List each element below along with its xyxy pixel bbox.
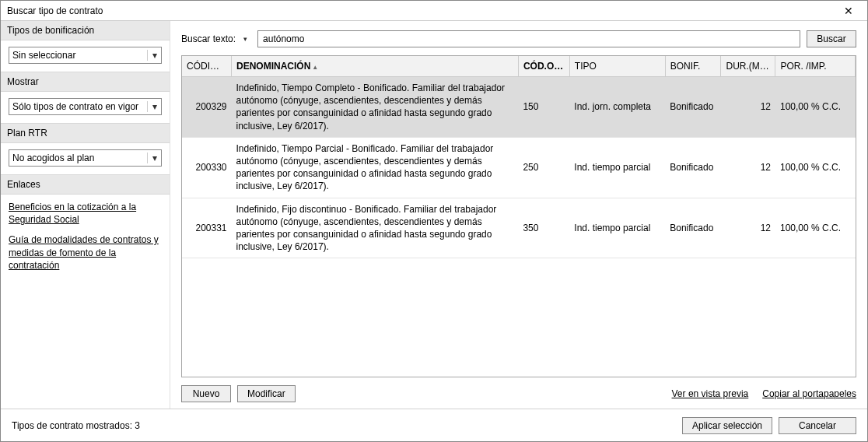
plan-rtr-value: No acogidos al plan <box>12 153 94 163</box>
col-bonif[interactable]: BONIF. <box>665 56 721 77</box>
cell-tipo: Ind. tiempo parcial <box>569 137 665 198</box>
link-copiar-portapapeles[interactable]: Copiar al portapapeles <box>762 388 856 399</box>
cell-tipo: Ind. tiempo parcial <box>569 198 665 258</box>
grid-header-row: CÓDI… DENOMINACIÓN▲ CÓD.O… TIPO BONIF. D… <box>182 56 856 77</box>
col-tipo[interactable]: TIPO <box>569 56 665 77</box>
chevron-down-icon: ▾ <box>147 50 158 61</box>
cell-codigo: 200330 <box>182 137 232 198</box>
col-denominacion[interactable]: DENOMINACIÓN▲ <box>232 56 519 77</box>
link-beneficios-cotizacion[interactable]: Beneficios en la cotización a la Segurid… <box>9 201 162 226</box>
chevron-down-icon[interactable]: ▾ <box>243 35 251 43</box>
section-header-tipos-bonificacion: Tipos de bonificación <box>1 21 170 40</box>
col-porimp[interactable]: POR. /IMP. <box>775 56 856 77</box>
mostrar-select[interactable]: Sólo tipos de contrato en vigor ▾ <box>9 98 162 115</box>
col-dur[interactable]: DUR.(M… <box>721 56 775 77</box>
cell-bonif: Bonificado <box>665 137 721 198</box>
mostrar-value: Sólo tipos de contrato en vigor <box>12 101 138 112</box>
section-header-plan-rtr: Plan RTR <box>1 123 170 143</box>
section-header-enlaces: Enlaces <box>1 174 170 195</box>
section-header-mostrar: Mostrar <box>1 72 170 92</box>
close-icon[interactable]: ✕ <box>835 2 863 20</box>
footer: Tipos de contrato mostrados: 3 Aplicar s… <box>1 409 867 441</box>
cell-dur: 12 <box>721 198 775 258</box>
titlebar: Buscar tipo de contrato ✕ <box>1 1 867 21</box>
cell-codo: 150 <box>518 77 569 138</box>
status-text: Tipos de contrato mostrados: 3 <box>12 420 140 431</box>
cell-codo: 350 <box>518 198 569 258</box>
chevron-down-icon: ▾ <box>147 153 158 163</box>
search-label: Buscar texto: <box>181 33 237 44</box>
tipos-bonificacion-value: Sin seleccionar <box>12 50 75 61</box>
cell-porimp: 100,00 % C.C. <box>775 137 856 198</box>
cell-codigo: 200329 <box>182 77 232 138</box>
cell-codo: 250 <box>518 137 569 198</box>
plan-rtr-select[interactable]: No acogidos al plan ▾ <box>9 149 162 167</box>
nuevo-button[interactable]: Nuevo <box>181 385 231 402</box>
cell-dur: 12 <box>721 137 775 198</box>
sidebar: Tipos de bonificación Sin seleccionar ▾ … <box>1 21 170 409</box>
main-panel: Buscar texto: ▾ Buscar CÓDI… DENOMINACIÓ… <box>170 21 867 409</box>
cell-denominacion: Indefinido, Tiempo Completo - Bonificado… <box>232 77 519 138</box>
cancelar-button[interactable]: Cancelar <box>779 417 856 434</box>
cell-denominacion: Indefinido, Tiempo Parcial - Bonificado.… <box>232 137 519 198</box>
col-codo[interactable]: CÓD.O… <box>518 56 569 77</box>
results-grid[interactable]: CÓDI… DENOMINACIÓN▲ CÓD.O… TIPO BONIF. D… <box>181 55 856 377</box>
search-button[interactable]: Buscar <box>807 30 856 47</box>
aplicar-seleccion-button[interactable]: Aplicar selección <box>682 417 772 434</box>
table-row[interactable]: 200329Indefinido, Tiempo Completo - Boni… <box>182 77 856 138</box>
link-guia-modalidades[interactable]: Guía de modalidades de contratos y medid… <box>9 233 162 272</box>
cell-tipo: Ind. jorn. completa <box>569 77 665 138</box>
table-row[interactable]: 200331Indefinido, Fijo discontinuo - Bon… <box>182 198 856 258</box>
cell-bonif: Bonificado <box>665 198 721 258</box>
tipos-bonificacion-select[interactable]: Sin seleccionar ▾ <box>9 47 162 64</box>
cell-codigo: 200331 <box>182 198 232 258</box>
col-codigo[interactable]: CÓDI… <box>182 56 232 77</box>
cell-dur: 12 <box>721 77 775 138</box>
table-row[interactable]: 200330Indefinido, Tiempo Parcial - Bonif… <box>182 137 856 198</box>
cell-porimp: 100,00 % C.C. <box>775 77 856 138</box>
link-vista-previa[interactable]: Ver en vista previa <box>672 388 749 399</box>
search-input[interactable] <box>257 30 800 47</box>
cell-denominacion: Indefinido, Fijo discontinuo - Bonificad… <box>232 198 519 258</box>
window-title: Buscar tipo de contrato <box>7 5 835 16</box>
chevron-down-icon: ▾ <box>147 101 158 112</box>
cell-porimp: 100,00 % C.C. <box>775 198 856 258</box>
modificar-button[interactable]: Modificar <box>237 385 296 402</box>
cell-bonif: Bonificado <box>665 77 721 138</box>
